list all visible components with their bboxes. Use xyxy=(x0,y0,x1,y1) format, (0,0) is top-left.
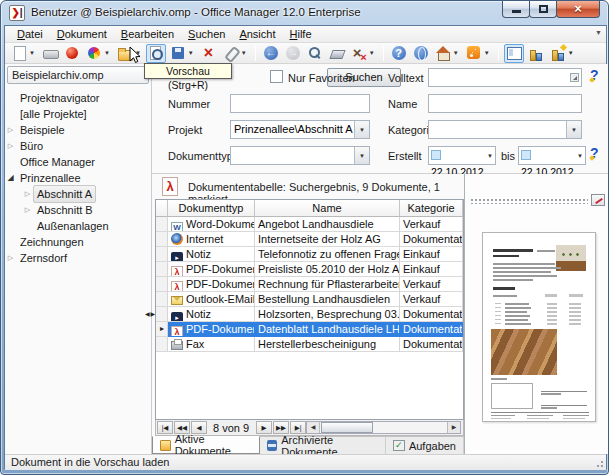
table-row[interactable]: FaxHerstellerbescheinigungDokumentation xyxy=(156,337,463,352)
tree-item-zeichnungen[interactable]: Zeichnungen xyxy=(5,234,151,250)
delete-button[interactable] xyxy=(199,44,219,63)
close-button[interactable]: × xyxy=(556,1,600,18)
date-checkbox-icon[interactable] xyxy=(521,150,531,160)
rss-feed-button[interactable]: ▼ xyxy=(464,44,493,63)
table-row[interactable]: Outlook-EMailBestellung LandhausdielenVe… xyxy=(156,292,463,307)
dropdown-arrow-icon[interactable]: ▼ xyxy=(367,50,376,56)
table-row[interactable]: λPDF-DokumentRechnung für Pflasterarbeit… xyxy=(156,277,463,292)
pin-icon[interactable] xyxy=(591,194,605,206)
nav-first-button[interactable]: |◀ xyxy=(157,421,173,434)
nav-last-button[interactable]: ▶| xyxy=(290,421,306,434)
table-row[interactable]: λPDF-DokumentPreisliste 05.2010 der Holz… xyxy=(156,262,463,277)
tree-item-zernsdorf[interactable]: ▷Zernsdorf xyxy=(5,250,151,266)
menu-item-bearbeiten[interactable]: Bearbeiten xyxy=(114,27,181,42)
nummer-input[interactable] xyxy=(230,94,370,113)
tree-item-au-enanlagen[interactable]: Außenanlagen xyxy=(5,218,151,234)
menu-item-dokument[interactable]: Dokument xyxy=(50,27,114,42)
dropdown-arrow-icon[interactable]: ▼ xyxy=(482,50,491,56)
dokumenttyp-combobox[interactable]: ▼ xyxy=(230,146,370,165)
dropdown-arrow-icon[interactable]: ▼ xyxy=(451,50,460,56)
column-header-name[interactable]: Name xyxy=(255,200,400,217)
volltext-options-icon[interactable] xyxy=(570,73,579,82)
tab-aufgaben[interactable]: ✓Aufgaben xyxy=(386,437,464,454)
projekt-combobox[interactable]: Prinzenallee\Abschnitt A ▼ xyxy=(230,120,370,139)
menu-item-hilfe[interactable]: Hilfe xyxy=(283,27,319,42)
menu-overflow-icon[interactable]: ▼ xyxy=(595,29,602,36)
launch-button[interactable] xyxy=(62,44,82,63)
splitter-collapse-icon[interactable]: ◀▶ xyxy=(145,310,156,317)
home-button[interactable]: ▼ xyxy=(433,44,462,63)
table-row[interactable]: ▸NotizTelefonnotiz zu offenen FragenEink… xyxy=(156,247,463,262)
table-row[interactable]: WWord-DokumentAngebot LandhausdieleVerka… xyxy=(156,217,463,232)
scroll-left-icon[interactable]: ◀ xyxy=(307,422,320,433)
tree-expander-icon[interactable]: ▷ xyxy=(5,122,16,138)
table-row[interactable]: ▸λPDF-DokumentDatenblatt Landhausdiele L… xyxy=(156,322,463,337)
date-checkbox-icon[interactable] xyxy=(431,150,441,160)
kategorie-combobox[interactable]: ▼ xyxy=(428,120,582,139)
dropdown-arrow-icon[interactable]: ▼ xyxy=(102,50,111,56)
chevron-down-icon[interactable]: ▼ xyxy=(487,147,493,165)
scroll-right-icon[interactable]: ▶ xyxy=(447,422,460,433)
tree-item--alle-projekte-[interactable]: [alle Projekte] xyxy=(5,106,151,122)
dropdown-arrow-icon[interactable]: ▼ xyxy=(239,50,248,56)
back-button[interactable] xyxy=(261,44,281,63)
tree-expander-icon[interactable]: ▷ xyxy=(22,202,33,218)
tree-expander-icon[interactable]: ◢ xyxy=(5,170,16,186)
tree-expander-icon[interactable]: ▷ xyxy=(22,186,33,202)
dropdown-arrow-icon[interactable]: ▼ xyxy=(566,50,575,56)
web-button[interactable] xyxy=(411,44,431,63)
dropdown-arrow-icon[interactable]: ▼ xyxy=(27,50,36,56)
tree-item-prinzenallee[interactable]: ◢Prinzenallee xyxy=(5,170,151,186)
chevron-down-icon[interactable]: ▼ xyxy=(354,147,369,164)
tree-expander-icon[interactable]: ▷ xyxy=(5,138,16,154)
erstellt-von-datepicker[interactable]: 22.10.2012 ▼ xyxy=(428,146,496,165)
volltext-input[interactable] xyxy=(428,68,582,87)
archive-file-header[interactable]: Beispielarchiv.omp xyxy=(7,66,149,84)
help-icon[interactable]: ? xyxy=(590,67,604,83)
tree-item-office-manager[interactable]: Office Manager xyxy=(5,154,151,170)
help-icon[interactable]: ? xyxy=(590,145,604,161)
help-button[interactable] xyxy=(389,44,409,63)
tree-expander-icon[interactable]: ▷ xyxy=(5,250,16,266)
nav-next-button[interactable]: ▶ xyxy=(256,421,272,434)
preview-splitter-grip[interactable] xyxy=(470,198,588,204)
save-button[interactable]: ▼ xyxy=(168,44,197,63)
search-button[interactable] xyxy=(305,44,325,63)
minimize-button[interactable] xyxy=(502,1,530,18)
sort-options-button[interactable]: ▼ xyxy=(548,44,577,63)
menu-item-datei[interactable]: Datei xyxy=(10,27,50,42)
scrollbar-thumb[interactable] xyxy=(321,422,373,433)
column-header-kategorie[interactable]: Kategorie xyxy=(400,200,463,217)
column-header-dokumenttyp[interactable]: Dokumenttyp xyxy=(168,200,255,217)
name-input[interactable] xyxy=(428,94,582,113)
tab-aktive-dokumente[interactable]: Aktive Dokumente xyxy=(152,436,260,454)
tree-root[interactable]: Projektnavigator xyxy=(5,90,151,106)
table-row[interactable]: ▸NotizHolzsorten, Besprechung 03.07.2010… xyxy=(156,307,463,322)
tree-item-abschnitt-b[interactable]: ▷Abschnitt B xyxy=(5,202,151,218)
chevron-down-icon[interactable]: ▼ xyxy=(354,121,369,138)
resize-grip[interactable] xyxy=(594,458,604,468)
sort-button[interactable] xyxy=(526,44,546,63)
preview-button[interactable] xyxy=(146,44,166,63)
layout-panels-button[interactable] xyxy=(504,44,524,63)
scan-button[interactable] xyxy=(40,44,60,63)
color-categories-button[interactable]: ▼ xyxy=(84,44,113,63)
nav-next-page-button[interactable]: ▶▶ xyxy=(273,421,289,434)
erstellt-bis-datepicker[interactable]: 22.10.2012 ▼ xyxy=(518,146,586,165)
tab-archivierte-dokumente[interactable]: Archivierte Dokumente xyxy=(260,437,386,454)
chevron-down-icon[interactable]: ▼ xyxy=(566,121,581,138)
remove-filter-button[interactable]: ▼ xyxy=(349,44,378,63)
horizontal-scrollbar[interactable]: ◀ ▶ xyxy=(306,421,461,434)
chevron-down-icon[interactable]: ▼ xyxy=(577,147,583,165)
menu-item-suchen[interactable]: Suchen xyxy=(181,27,232,42)
forward-button[interactable] xyxy=(283,44,303,63)
clear-button[interactable] xyxy=(327,44,347,63)
tree-item-beispiele[interactable]: ▷Beispiele xyxy=(5,122,151,138)
favorites-checkbox[interactable] xyxy=(270,70,283,83)
attach-button[interactable]: ▼ xyxy=(221,44,250,63)
maximize-button[interactable] xyxy=(529,1,557,18)
tree-item-b-ro[interactable]: ▷Büro xyxy=(5,138,151,154)
new-document-button[interactable]: ▼ xyxy=(9,44,38,63)
tree-item-abschnitt-a[interactable]: ▷Abschnitt A xyxy=(5,186,151,202)
dropdown-arrow-icon[interactable]: ▼ xyxy=(186,50,195,56)
